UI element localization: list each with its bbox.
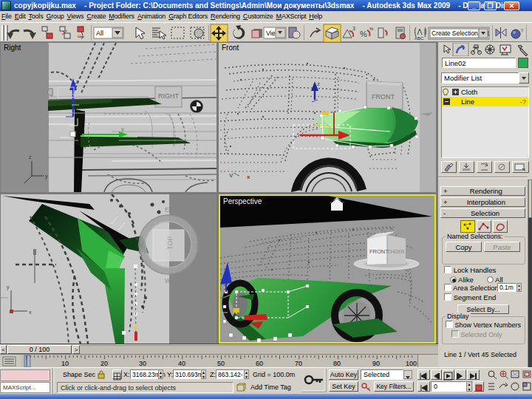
svg-text:N: N [138,242,143,249]
svg-text:V: V [229,172,233,179]
svg-text:70: 70 [295,360,302,367]
svg-text:Right: Right [4,44,21,52]
svg-text:x: x [247,174,250,180]
svg-text:FRONT: FRONT [372,93,395,100]
svg-text:?: ? [520,27,524,34]
svg-text:RIGHT: RIGHT [386,248,404,255]
svg-text:80: 80 [333,360,341,367]
svg-text:z: z [317,81,320,87]
svg-text:All: All [96,30,103,37]
svg-text:S: S [196,242,200,249]
svg-text:FRONT: FRONT [369,248,389,255]
svg-text:30: 30 [139,360,146,367]
svg-text:10: 10 [61,360,69,367]
svg-text:100: 100 [406,360,417,367]
svg-text:Front: Front [222,44,239,52]
svg-text:RIGHT: RIGHT [158,92,180,100]
svg-text:y: y [121,126,124,132]
svg-text:50: 50 [217,360,225,367]
svg-text:ABC: ABC [415,36,424,41]
svg-text:60: 60 [256,360,263,367]
svg-text:90: 90 [372,360,380,367]
svg-text:%: % [360,30,367,38]
svg-text:z: z [75,78,78,85]
svg-text:y: y [7,284,10,290]
svg-text:E: E [165,206,169,214]
svg-text:20: 20 [100,360,108,367]
svg-text:z: z [29,154,32,160]
svg-text:3: 3 [352,26,355,31]
svg-text:40: 40 [178,360,185,367]
svg-text:x: x [29,310,32,315]
svg-text:Perspective: Perspective [223,197,262,205]
svg-text:TOP: TOP [166,236,174,250]
svg-text:W: W [165,277,171,284]
svg-text:y: y [45,174,48,180]
svg-text:%: % [369,27,374,31]
